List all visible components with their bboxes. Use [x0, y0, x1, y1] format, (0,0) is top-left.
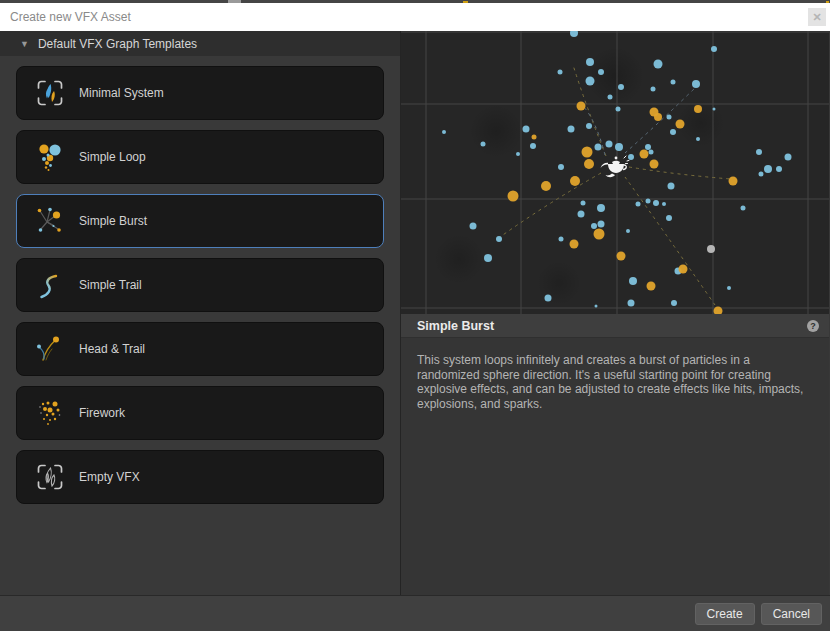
template-item-label: Head & Trail — [79, 342, 145, 356]
template-preview — [401, 31, 829, 314]
template-item-label: Simple Trail — [79, 278, 142, 292]
template-item-simple-loop[interactable]: Simple Loop — [16, 130, 384, 184]
template-item-label: Simple Burst — [79, 214, 147, 228]
dialog-title-bar: Create new VFX Asset ✕ — [0, 3, 830, 31]
templates-section-header[interactable]: ▼ Default VFX Graph Templates — [0, 31, 400, 56]
template-item-simple-burst[interactable]: Simple Burst — [16, 194, 384, 248]
template-item-simple-trail[interactable]: Simple Trail — [16, 258, 384, 312]
dialog-body: ▼ Default VFX Graph Templates — [0, 31, 830, 595]
simple-burst-icon — [35, 206, 65, 236]
template-item-label: Minimal System — [79, 86, 164, 100]
simple-loop-icon — [35, 142, 65, 172]
minimal-system-icon — [35, 78, 65, 108]
template-list: Minimal System Simple Loop — [0, 56, 400, 595]
template-item-label: Firework — [79, 406, 125, 420]
empty-vfx-icon — [35, 462, 65, 492]
cancel-button[interactable]: Cancel — [761, 603, 822, 625]
close-icon[interactable]: ✕ — [808, 8, 826, 26]
foldout-arrow-icon: ▼ — [20, 39, 29, 49]
create-button[interactable]: Create — [695, 603, 755, 625]
simple-trail-icon — [35, 270, 65, 300]
template-item-empty-vfx[interactable]: Empty VFX — [16, 450, 384, 504]
head-and-trail-icon — [35, 334, 65, 364]
templates-panel: ▼ Default VFX Graph Templates — [0, 31, 401, 595]
dialog-title: Create new VFX Asset — [10, 3, 131, 31]
template-item-label: Simple Loop — [79, 150, 146, 164]
template-item-label: Empty VFX — [79, 470, 140, 484]
details-header: Simple Burst ? — [401, 314, 829, 338]
help-icon[interactable]: ? — [807, 320, 819, 332]
details-description: This system loops infinitely and creates… — [401, 338, 829, 595]
template-item-firework[interactable]: Firework — [16, 386, 384, 440]
dialog-footer: Create Cancel — [0, 595, 830, 631]
templates-section-label: Default VFX Graph Templates — [38, 37, 197, 51]
create-vfx-asset-dialog: Create new VFX Asset ✕ ▼ Default VFX Gra… — [0, 0, 830, 631]
firework-icon — [35, 398, 65, 428]
details-title: Simple Burst — [417, 319, 807, 333]
template-item-head-and-trail[interactable]: Head & Trail — [16, 322, 384, 376]
vfx-lamp-icon — [599, 155, 631, 179]
template-item-minimal-system[interactable]: Minimal System — [16, 66, 384, 120]
details-panel: Simple Burst ? This system loops infinit… — [401, 31, 829, 595]
